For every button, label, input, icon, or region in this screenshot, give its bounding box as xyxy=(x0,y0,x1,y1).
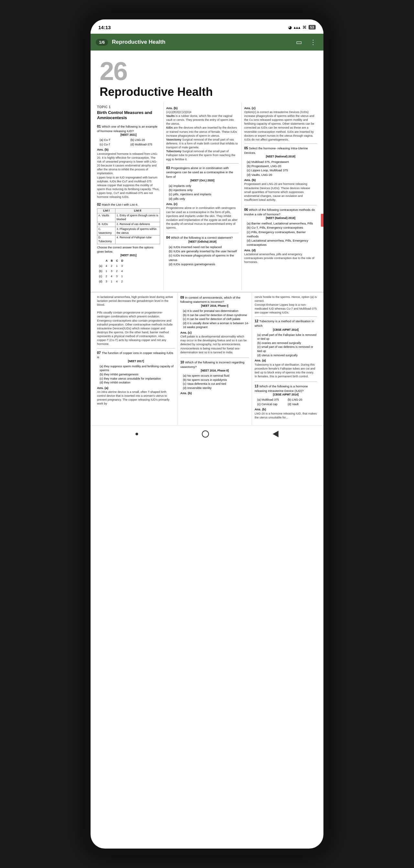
bookmark-icon[interactable]: ▭ xyxy=(294,37,304,46)
q03-opt-c: (c) pills, injections and implants xyxy=(169,192,239,196)
nav-title: Reproductive Health xyxy=(112,39,290,45)
q05-opt-c: (c) Lippes Loop, Multiload 375 xyxy=(247,168,317,172)
q04-opt-d: (d) IUDs suppress gametogenesis xyxy=(169,262,239,266)
q12-opt-a: (a) small part of the Fallopian tube is … xyxy=(257,333,317,341)
q13-source: [CBSE AIPMT 2014] xyxy=(254,393,317,397)
status-time: 14:13 xyxy=(98,25,111,30)
table-cell: A. Vaults xyxy=(97,213,115,222)
right-column: Ans. (c) Option(c) is correct as Intraut… xyxy=(242,102,319,290)
table-cell: C. Vasectomy xyxy=(97,227,115,236)
q01-ans-text: Levonorgestrel hormone is released from … xyxy=(97,152,160,199)
q05-number: 05 xyxy=(244,146,249,150)
main-content: TOPIC 1 Birth Control Measures and Amnio… xyxy=(91,102,323,290)
q01-number: 01 xyxy=(97,124,102,128)
divider xyxy=(254,316,317,317)
q05-options: (a) Multiload 375, Progestasert (b) Prog… xyxy=(247,160,317,177)
more-options-icon[interactable]: ⋮ xyxy=(308,37,318,46)
q02-text: Match the List-I with List-II. xyxy=(102,203,138,206)
q06-opt-b: (b) Cu-T, Pills, Emergency contraceptive… xyxy=(247,225,317,229)
q04-text: Which of the following is a correct stat… xyxy=(171,236,233,239)
q03-source: [NEET (Oct.) 2020] xyxy=(166,179,239,183)
q04-number: 04 xyxy=(166,236,171,239)
q10-number: 10 xyxy=(180,360,185,364)
q07-opt-d: (d) they inhibit ovulation xyxy=(100,380,175,385)
q05-opt-a: (a) Multiload 375, Progestasert xyxy=(247,160,317,164)
q04-ans-label: Ans. (c) xyxy=(244,106,317,110)
q05-source: [NEET (National) 2019] xyxy=(244,155,317,159)
divider xyxy=(97,348,175,348)
question-10: 10 Which of the following is incorrect r… xyxy=(180,360,249,396)
content-area: 26 Reproductive Health TOPIC 1 Birth Con… xyxy=(91,51,323,425)
q01-text: Which one of the following is an example… xyxy=(97,125,158,133)
red-tab-marker xyxy=(321,214,323,227)
q13-opt-c: (c) Cervical cap xyxy=(257,402,286,406)
phone-screen: 14:13 ◕ ▴▴▴ ⌘ 53 1/6 Reproductive Health… xyxy=(91,20,323,848)
q12-opt-b: (b) ovaries are removed surgically xyxy=(257,341,317,345)
q07-opt-c: (c) they make uterus unsuitable for impl… xyxy=(100,377,175,381)
q06-opt-d: (d) Lactational amenorrhea, Pills, Emerg… xyxy=(247,238,317,247)
q02-number: 02 xyxy=(97,203,102,206)
q03-text: Progestogens alone or in combination wit… xyxy=(166,166,233,179)
signal-icon: ▴▴▴ xyxy=(294,25,301,30)
q09-ans-text: Cleft palate is a developmental abnormal… xyxy=(180,335,249,354)
table-header-list2: List II xyxy=(115,209,160,213)
top-ans-label: Ans. (b) xyxy=(166,106,239,110)
q04-opt-b: (b) IUDs are generally inserted by the u… xyxy=(169,249,239,253)
q09-number: 09 xyxy=(180,296,185,299)
q01-source: [NEET 2021] xyxy=(97,133,160,137)
question-02: 02 Match the List-I with List-II. List I… xyxy=(97,202,160,284)
q07-number: 07 xyxy=(97,351,102,355)
q09-opt-a: (a) It is used for prenatal sex-determin… xyxy=(183,309,249,313)
q06-ans-text: Lactational amenorrhea, pills and emerge… xyxy=(244,252,317,264)
q06-options: (a) Barrier method, Lactational amenorrh… xyxy=(247,221,317,247)
nav-home-icon[interactable] xyxy=(202,430,209,438)
match-table: List I List II A. Vaults 1. Entry of spe… xyxy=(97,208,160,244)
bottom-nav-bar xyxy=(91,425,323,442)
q09-source: [NEET 2016, Phase I] xyxy=(180,304,249,308)
q03-number: 03 xyxy=(166,166,171,170)
q06-opt-a: (a) Barrier method, Lactational amenorrh… xyxy=(247,221,317,225)
q03-options: (a) implants only (b) injections only (c… xyxy=(169,184,239,201)
q09-opt-d: (d) it is usually done when a woman is b… xyxy=(183,321,249,330)
q05-text: Select the hormone- releasing Intra-Uter… xyxy=(244,146,308,154)
divider xyxy=(244,205,317,205)
bottom-left-column: In lactational amenorrhea, high prolacti… xyxy=(95,292,178,425)
q10-options: (a) No sperm occurs in seminal fluid (b)… xyxy=(183,374,249,390)
bottom-right-column: cervix hostile to the sperms. Hence, opt… xyxy=(252,292,319,425)
question-05: 05 Select the hormone- releasing Intra-U… xyxy=(244,146,317,202)
q04-opt-c: (c) IUDs increase phagocytosis of sperms… xyxy=(169,253,239,262)
question-12: 12 Tubectomy is a method of sterilisatio… xyxy=(254,319,317,378)
q09-opt-c: (c) It can be used for detection of clef… xyxy=(183,317,249,321)
chapter-number: 26 xyxy=(100,58,314,84)
q13-ans-label: Ans. (b) xyxy=(254,407,317,411)
q06-source: [NEET (National) 2019] xyxy=(244,216,317,220)
q04-opt-a: (a) IUDs inserted need not be replaced xyxy=(169,245,239,249)
q06-number: 06 xyxy=(244,208,249,212)
table-header-list1: List I xyxy=(97,209,115,213)
status-icons: ◕ ▴▴▴ ⌘ 53 xyxy=(288,25,316,30)
match-answer-table: ABCD (a)4213 (b)1324 (c)2431 xyxy=(97,258,125,284)
question-04: 04 Which of the following is a correct s… xyxy=(166,235,239,266)
table-cell: 2. Removal of vas deferens xyxy=(115,222,160,227)
q10-text: Which of the following is incorrect rega… xyxy=(180,361,244,369)
q12-opt-c: (c) small part of vas deferens is remove… xyxy=(257,345,317,353)
q13-opt-d: (d) Vault xyxy=(288,402,317,406)
q13-text: Which of the following is a hormone rele… xyxy=(254,384,308,393)
table-cell: 4. Removal of Fallopian tube xyxy=(115,236,160,244)
middle-column: Ans. (b) (A)1)(B)3)(C)2)(D)4 Vaults is a… xyxy=(164,102,242,290)
q01-opt-c: (c) Cu-7 xyxy=(100,143,129,147)
q03-ans-label: Ans. (c) xyxy=(166,202,239,206)
battery-indicator: 53 xyxy=(309,25,316,29)
q12-opt-d: (d) uterus is removed surgically xyxy=(257,353,317,358)
bottom-right-intro: cervix hostile to the sperms. Hence, opt… xyxy=(254,295,317,315)
divider xyxy=(166,163,239,163)
question-03: 03 Progestogens alone or in combination … xyxy=(166,165,239,230)
q03-opt-d: (d) pills only xyxy=(169,196,239,201)
question-09: 09 In context of amniocentesis, which of… xyxy=(180,295,249,354)
phone-frame: 14:13 ◕ ▴▴▴ ⌘ 53 1/6 Reproductive Health… xyxy=(84,13,330,855)
nav-back-icon[interactable] xyxy=(273,431,278,437)
q12-options: (a) small part of the Fallopian tube is … xyxy=(257,333,317,358)
q12-source: [CBSE AIPMT 2014] xyxy=(254,328,317,332)
question-01: 01 Which one of the following is an exam… xyxy=(97,124,160,199)
q03-opt-a: (a) implants only xyxy=(169,184,239,188)
